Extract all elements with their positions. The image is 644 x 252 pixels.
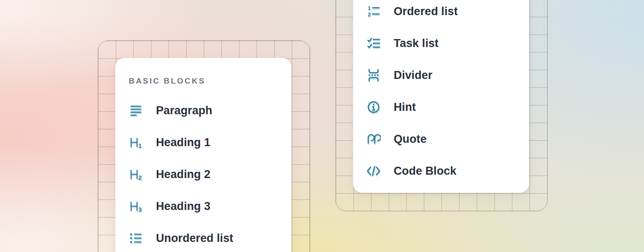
code-block-icon: [366, 164, 381, 178]
menu-item-hint[interactable]: Hint: [366, 91, 529, 123]
svg-text:2: 2: [138, 174, 142, 181]
paragraph-icon: [129, 103, 143, 118]
menu-item-label: Heading 2: [156, 168, 210, 181]
menu-item-heading-2[interactable]: 2 2 Heading 2: [129, 158, 291, 190]
menu-item-code-block[interactable]: Code Block: [366, 155, 529, 187]
unordered-list-icon: [129, 231, 143, 245]
section-label: BASIC BLOCKS: [129, 76, 291, 86]
basic-blocks-menu-card: BASIC BLOCKS Paragraph: [115, 58, 291, 252]
menu-item-label: Quote: [394, 133, 427, 146]
block-menu-illustration: BASIC BLOCKS Paragraph: [0, 0, 644, 252]
menu-item-heading-3[interactable]: 3 3 Heading 3: [129, 190, 291, 222]
heading-3-icon: 3 3: [129, 199, 143, 213]
heading-2-icon: 2 2: [129, 167, 143, 181]
svg-text:2: 2: [368, 11, 371, 18]
menu-item-label: Unordered list: [156, 232, 233, 245]
menu-item-task-list[interactable]: Task list: [366, 27, 529, 59]
menu-item-label: Task list: [394, 37, 439, 50]
menu-item-label: Paragraph: [156, 104, 212, 117]
menu-item-label: Divider: [394, 69, 432, 82]
hint-icon: [366, 100, 381, 114]
svg-text:3: 3: [138, 206, 142, 213]
ordered-list-icon: 1 2 1 2: [366, 4, 381, 18]
more-blocks-menu-card: 1 2 1 2 Ordered list: [353, 0, 529, 193]
menu-item-divider[interactable]: Divider: [366, 59, 529, 91]
menu-item-ordered-list[interactable]: 1 2 1 2 Ordered list: [366, 0, 529, 27]
menu-item-quote[interactable]: Quote: [366, 123, 529, 155]
svg-text:1: 1: [368, 5, 371, 11]
task-list-icon: [366, 36, 381, 50]
menu-item-heading-1[interactable]: 1 1 Heading 1: [129, 126, 291, 158]
svg-text:1: 1: [138, 142, 142, 149]
menu-item-label: Ordered list: [394, 5, 458, 18]
divider-icon: [366, 68, 381, 82]
menu-item-label: Heading 1: [156, 136, 210, 149]
menu-item-label: Heading 3: [156, 200, 210, 213]
quote-icon: [366, 132, 381, 146]
menu-item-label: Hint: [394, 101, 416, 114]
heading-1-icon: 1 1: [129, 135, 143, 150]
menu-item-label: Code Block: [394, 165, 457, 178]
menu-item-paragraph[interactable]: Paragraph: [129, 94, 291, 126]
menu-item-unordered-list[interactable]: Unordered list: [129, 222, 291, 252]
